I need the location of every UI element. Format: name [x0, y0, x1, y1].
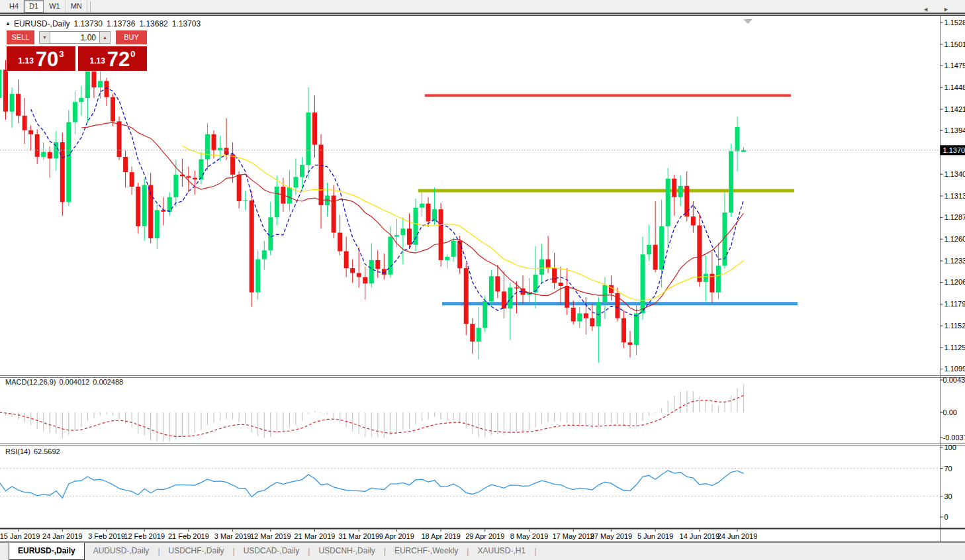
buy-price-button[interactable]: 1.13 72 0 [78, 46, 147, 71]
date-tick: 21 Feb 2019 [168, 532, 209, 540]
date-tick: 24 Jun 2019 [717, 532, 758, 540]
svg-text:0.004379: 0.004379 [943, 376, 965, 384]
timeframe-button-mn[interactable]: MN [66, 0, 87, 13]
svg-text:-0.00371: -0.00371 [943, 434, 965, 442]
chart-tab-xauusd[interactable]: XAUUSD-,H1 [469, 543, 534, 560]
sell-price-sup: 3 [59, 49, 64, 59]
rsi-name: RSI(14) [5, 447, 30, 455]
macd-main-value: 0.004012 [59, 378, 89, 386]
ohlc-low: 1.13682 [139, 19, 167, 28]
date-tick: 21 Mar 2019 [295, 532, 336, 540]
collapse-panel-icon[interactable]: ▲ [5, 21, 11, 26]
date-tick: 24 Jan 2019 [42, 532, 83, 540]
sell-price-button[interactable]: 1.13 70 3 [7, 46, 75, 71]
toolbar-separator [90, 1, 91, 12]
chart-tab-usdchf[interactable]: USDCHF-,Daily [160, 543, 233, 560]
volume-input[interactable] [50, 31, 99, 44]
price-tick: 1.15285 [944, 19, 965, 26]
chart-tab-usdcnh[interactable]: USDCNH-,Daily [310, 543, 383, 560]
buy-price-big: 72 [107, 50, 130, 68]
ohlc-open: 1.13730 [74, 19, 103, 28]
svg-text:0.00: 0.00 [943, 408, 957, 416]
price-tick: 1.11795 [944, 300, 965, 308]
date-tick: 14 Jun 2019 [680, 532, 720, 540]
date-tick: 5 Jun 2019 [637, 532, 673, 540]
svg-text:100: 100 [944, 443, 956, 451]
svg-text:30: 30 [944, 492, 952, 500]
one-click-trading-panel: SELL ▼ ▲ BUY 1.13 70 3 1.13 72 0 [7, 30, 147, 71]
ohlc-close: 1.13703 [172, 19, 201, 28]
chart-tabs-bar: EURUSD-,DailyAUDUSD-,Daily|USDCHF-,Daily… [0, 542, 965, 560]
svg-text:0: 0 [944, 513, 948, 521]
date-tick: 31 Mar 2019 [338, 532, 379, 540]
sell-button[interactable]: SELL [7, 30, 34, 44]
price-tick: 1.11255 [944, 344, 965, 351]
buy-price-prefix: 1.13 [89, 56, 105, 66]
price-tick: 1.12330 [944, 257, 965, 265]
chart-tab-eurchf[interactable]: EURCHF-,Weekly [386, 543, 467, 560]
svg-text:1.13703: 1.13703 [943, 146, 965, 154]
date-tick: 12 Feb 2019 [124, 532, 165, 540]
price-tick: 1.11525 [944, 322, 965, 330]
chart-title: ▲EURUSD-,Daily1.137301.137361.136821.137… [5, 19, 201, 28]
buy-button[interactable]: BUY [116, 30, 147, 44]
tab-scroll-left-icon[interactable]: ◄ [923, 6, 929, 13]
date-tick: 12 Mar 2019 [250, 532, 291, 540]
chart-tab-audusd[interactable]: AUDUSD-,Daily [85, 543, 158, 560]
date-tick: 3 Mar 2019 [214, 532, 252, 540]
price-tick: 1.12870 [944, 213, 965, 221]
ohlc-high: 1.13736 [107, 19, 135, 28]
price-tick: 1.13405 [944, 170, 965, 178]
price-tick: 1.12065 [944, 278, 965, 286]
macd-name: MACD(12,26,9) [5, 378, 56, 386]
svg-text:70: 70 [944, 465, 952, 473]
price-tick: 1.14480 [944, 83, 965, 91]
date-tick: 17 May 2019 [552, 532, 594, 540]
rsi-value: 62.5692 [34, 447, 60, 455]
date-tick: 29 Apr 2019 [465, 532, 504, 540]
timeframe-button-d1[interactable]: D1 [24, 0, 44, 13]
price-tick: 1.14750 [944, 62, 965, 70]
volume-increase-button[interactable]: ▲ [99, 31, 111, 44]
timeframe-toolbar: H4D1W1MN [0, 0, 965, 14]
price-tick: 1.13945 [944, 126, 965, 134]
timeframe-button-h4[interactable]: H4 [4, 0, 24, 13]
price-tick: 1.14210 [944, 105, 965, 113]
chart-symbol-label: EURUSD-,Daily [14, 19, 70, 28]
tab-scroll-controls: ◄ ► [908, 0, 949, 18]
date-tick: 15 Jan 2019 [0, 532, 40, 540]
macd-signal-value: 0.002488 [93, 378, 123, 386]
chart-tab-eurusd[interactable]: EURUSD-,Daily [9, 543, 85, 560]
price-tick: 1.10990 [944, 365, 965, 373]
buy-price-sup: 0 [130, 49, 135, 59]
date-tick: 9 Apr 2019 [379, 532, 414, 540]
tab-separator: | [534, 547, 536, 556]
date-tick: 8 May 2019 [510, 532, 548, 540]
sell-price-big: 70 [36, 50, 58, 68]
chart-canvas[interactable]: 1.152851.150151.147501.144801.142101.139… [0, 0, 965, 560]
sell-price-prefix: 1.13 [18, 56, 33, 66]
date-tick: 18 Apr 2019 [421, 532, 460, 540]
date-tick: 3 Feb 2019 [88, 532, 125, 540]
price-tick: 1.12600 [944, 235, 965, 243]
price-tick: 1.13135 [944, 192, 965, 200]
mt4-window: H4D1W1MN 1.152851.150151.147501.144801.1… [0, 0, 965, 560]
tab-scroll-right-icon[interactable]: ► [943, 6, 949, 13]
date-tick: 27 May 2019 [590, 532, 633, 540]
rsi-indicator-label: RSI(14)62.5692 [5, 447, 64, 455]
macd-indicator-label: MACD(12,26,9)0.0040120.002488 [5, 378, 126, 386]
timeframe-button-w1[interactable]: W1 [44, 0, 66, 13]
price-tick: 1.15015 [944, 40, 965, 48]
volume-decrease-button[interactable]: ▼ [39, 31, 50, 44]
chart-tab-usdcad[interactable]: USDCAD-,Daily [235, 543, 308, 560]
